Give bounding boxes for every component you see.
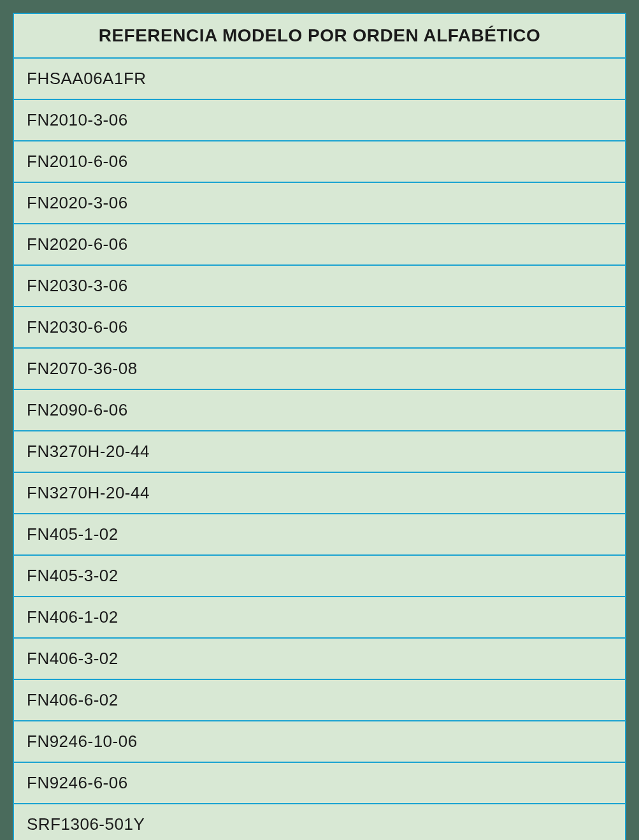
table-row: FN2030-6-06 — [14, 307, 625, 349]
table-row: FN2020-6-06 — [14, 224, 625, 266]
table-row: FN2030-3-06 — [14, 266, 625, 307]
table-row: FN3270H-20-44 — [14, 431, 625, 473]
table-row: FHSAA06A1FR — [14, 59, 625, 100]
reference-table: REFERENCIA MODELO POR ORDEN ALFABÉTICO F… — [13, 13, 626, 840]
table-row: FN9246-6-06 — [14, 763, 625, 804]
table-row: FN406-1-02 — [14, 597, 625, 639]
table-header: REFERENCIA MODELO POR ORDEN ALFABÉTICO — [14, 14, 625, 59]
table-row: FN2010-3-06 — [14, 100, 625, 141]
table-row: FN2020-3-06 — [14, 183, 625, 224]
table-row: FN2010-6-06 — [14, 141, 625, 183]
table-row: FN405-3-02 — [14, 556, 625, 597]
table-row: FN3270H-20-44 — [14, 473, 625, 514]
table-row: SRF1306-501Y — [14, 804, 625, 840]
table-row: FN406-6-02 — [14, 680, 625, 721]
table-row: FN406-3-02 — [14, 639, 625, 680]
table-row: FN2090-6-06 — [14, 390, 625, 431]
table-row: FN2070-36-08 — [14, 349, 625, 390]
table-row: FN9246-10-06 — [14, 721, 625, 763]
table-row: FN405-1-02 — [14, 514, 625, 556]
